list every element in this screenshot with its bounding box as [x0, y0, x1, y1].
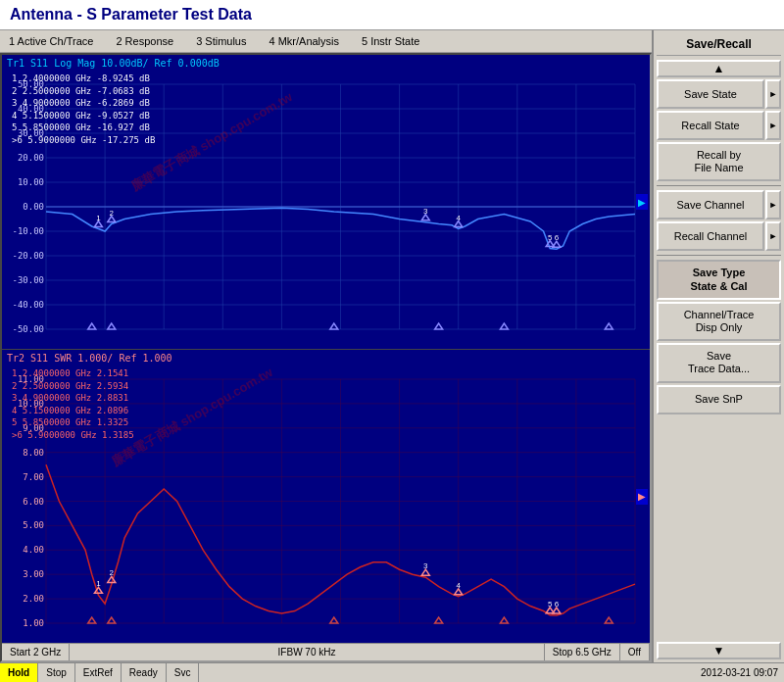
menu-instr-state[interactable]: 5 Instr State — [358, 33, 423, 49]
charts-area: Tr1 S11 Log Mag 10.00dB/ Ref 0.000dB 1 2… — [0, 53, 652, 662]
right-panel-title: Save/Recall — [657, 33, 781, 56]
chart-bottom-label: Tr2 S11 SWR 1.000/ Ref 1.000 — [4, 352, 175, 365]
title-bar: Antenna - S Parameter Test Data — [0, 0, 784, 30]
recall-state-group: Recall State ► — [657, 111, 781, 140]
chart-status-bar: Start 2 GHz IFBW 70 kHz Stop 6.5 GHz Off — [2, 643, 650, 660]
content-area: 1 Active Ch/Trace 2 Response 3 Stimulus … — [0, 30, 784, 662]
chart-top-markers: 1 2.4000000 GHz -8.9245 dB 2 2.5000000 G… — [12, 73, 155, 147]
save-channel-group: Save Channel ► — [657, 190, 781, 219]
chart-top-scroll-right[interactable]: ▶ — [636, 194, 648, 210]
save-channel-arrow[interactable]: ► — [765, 190, 781, 219]
status-hold: Hold — [0, 663, 38, 682]
save-snp-button[interactable]: Save SnP — [657, 385, 781, 414]
recall-channel-arrow[interactable]: ► — [765, 221, 781, 251]
divider-2 — [657, 255, 781, 256]
save-state-arrow[interactable]: ► — [765, 79, 781, 109]
channel-trace-disp-only-button[interactable]: Channel/Trace Disp Only — [657, 302, 781, 341]
status-datetime: 2012-03-21 09:07 — [695, 666, 784, 679]
recall-channel-group: Recall Channel ► — [657, 221, 781, 251]
menu-stimulus[interactable]: 3 Stimulus — [192, 33, 250, 49]
right-panel: Save/Recall ▲ Save State ► Recall State … — [652, 30, 784, 662]
status-start: Start 2 GHz — [2, 644, 70, 660]
app-title: Antenna - S Parameter Test Data — [10, 6, 252, 23]
recall-channel-button[interactable]: Recall Channel — [657, 221, 764, 251]
status-stop: Stop 6.5 GHz — [545, 644, 620, 660]
menu-active-ch-trace[interactable]: 1 Active Ch/Trace — [5, 33, 97, 49]
chart-top: Tr1 S11 Log Mag 10.00dB/ Ref 0.000dB 1 2… — [2, 55, 650, 350]
chart-bottom-scroll-right[interactable]: ▶ — [636, 489, 648, 505]
status-ready: Ready — [122, 663, 167, 682]
save-state-group: Save State ► — [657, 79, 781, 109]
status-ifbw: IFBW 70 kHz — [70, 644, 545, 660]
scroll-down-button[interactable]: ▼ — [657, 642, 781, 659]
chart-bottom: Tr2 S11 SWR 1.000/ Ref 1.000 1 2.4000000… — [2, 350, 650, 643]
divider-1 — [657, 185, 781, 186]
menu-response[interactable]: 2 Response — [112, 33, 177, 49]
save-state-button[interactable]: Save State — [657, 79, 764, 109]
status-off: Off — [620, 644, 650, 660]
menu-bar: 1 Active Ch/Trace 2 Response 3 Stimulus … — [0, 30, 652, 53]
chart-top-label: Tr1 S11 Log Mag 10.00dB/ Ref 0.000dB — [4, 57, 222, 70]
scroll-up-button[interactable]: ▲ — [657, 60, 781, 77]
save-trace-data-button[interactable]: Save Trace Data... — [657, 343, 781, 382]
recall-state-arrow[interactable]: ► — [765, 111, 781, 140]
chart-bottom-markers: 1 2.4000000 GHz 2.1541 2 2.5000000 GHz 2… — [12, 367, 134, 442]
menu-mkr-analysis[interactable]: 4 Mkr/Analysis — [265, 33, 343, 49]
save-channel-button[interactable]: Save Channel — [657, 190, 764, 219]
status-stop-btn: Stop — [38, 663, 75, 682]
save-type-state-cal-button[interactable]: Save Type State & Cal — [657, 260, 781, 299]
status-svc: Svc — [167, 663, 200, 682]
left-panel: 1 Active Ch/Trace 2 Response 3 Stimulus … — [0, 30, 652, 662]
recall-by-file-button[interactable]: Recall by File Name — [657, 142, 781, 181]
recall-state-button[interactable]: Recall State — [657, 111, 764, 140]
bottom-status-bar: Hold Stop ExtRef Ready Svc 2012-03-21 09… — [0, 662, 784, 682]
main-container: Antenna - S Parameter Test Data 1 Active… — [0, 0, 784, 682]
status-extref: ExtRef — [75, 663, 122, 682]
